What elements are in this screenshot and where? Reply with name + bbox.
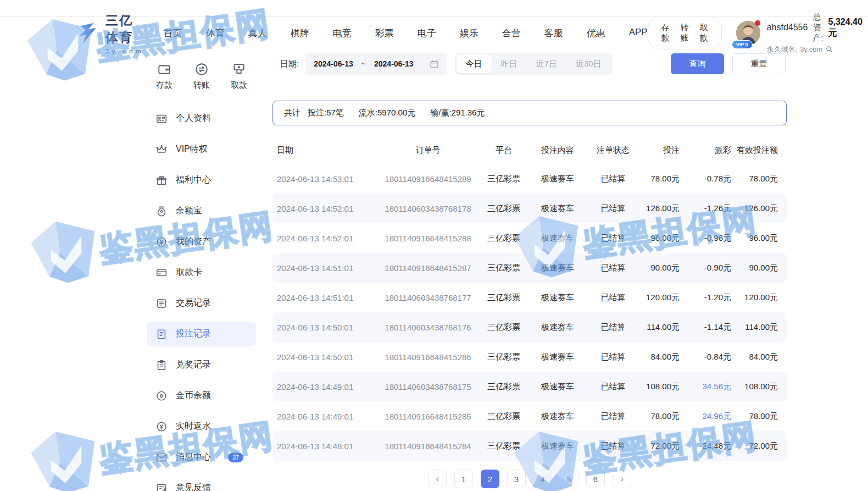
- nav-item-0[interactable]: 首页: [164, 27, 182, 40]
- sidebar-item-label: 兑奖记录: [176, 359, 211, 371]
- table-row: 2024-06-13 14:50:011801140603438768176三亿…: [272, 312, 787, 342]
- nav-item-6[interactable]: 电子: [418, 27, 436, 40]
- page-button-4[interactable]: 4: [533, 470, 552, 488]
- nav-item-11[interactable]: APP: [629, 27, 648, 40]
- cell-platform: 三亿彩票: [486, 263, 522, 273]
- page-button-6[interactable]: 6: [586, 470, 605, 488]
- date-to-value[interactable]: 2024-06-13: [374, 59, 414, 68]
- cell-valid: 114.00元: [731, 322, 778, 333]
- page-button-5[interactable]: 5: [560, 470, 578, 488]
- cell-bet: 84.00元: [633, 352, 680, 362]
- range-button-2[interactable]: 近7日: [527, 54, 566, 73]
- quick-action-transfer[interactable]: 转账: [186, 62, 218, 91]
- cell-date: 2024-06-13 14:52:01: [277, 234, 370, 243]
- table-row: 2024-06-13 14:49:011801140916648415285三亿…: [272, 401, 787, 431]
- calendar-icon[interactable]: [430, 59, 439, 69]
- cell-payout: -24.48元: [680, 441, 731, 451]
- column-header-7: 有效投注额: [731, 145, 778, 156]
- cell-bet: 120.00元: [633, 293, 680, 303]
- reset-button[interactable]: 重置: [732, 53, 786, 74]
- cell-valid: 108.00元: [731, 382, 778, 392]
- quick-action-label: 存款: [156, 80, 173, 91]
- summary-bar: 共计 投注:57笔 流水:5970.00元 输/赢:291.36元: [272, 101, 787, 125]
- sidebar-item-bet-records[interactable]: 投注记录: [147, 322, 256, 346]
- wallet-link-withdraw[interactable]: 取款: [700, 23, 708, 43]
- cell-content: 极速赛车: [522, 263, 593, 273]
- page-button-3[interactable]: 3: [507, 470, 526, 488]
- cell-order: 1801140916648415289: [370, 174, 486, 184]
- feedback-icon: [155, 482, 168, 491]
- sidebar-item-yuebao[interactable]: 余额宝: [147, 198, 256, 223]
- nav-item-3[interactable]: 棋牌: [291, 27, 309, 40]
- cell-payout: -0.96元: [680, 233, 731, 244]
- cell-bet: 78.00元: [633, 174, 680, 184]
- sidebar: 存款转账取款 个人资料VIP特权福利中心余额宝我的资产取款卡交易记录投注记录兑奖…: [147, 49, 256, 491]
- cell-bet: 114.00元: [633, 322, 680, 333]
- nav-item-1[interactable]: 体育: [206, 27, 225, 40]
- next-page-button[interactable]: ›: [613, 470, 631, 488]
- nav-item-10[interactable]: 优惠: [587, 27, 605, 40]
- filter-row: 日期: 2024-06-13 ~ 2024-06-13 今日昨日近7日近30日 …: [272, 52, 787, 75]
- quick-action-deposit[interactable]: 存款: [148, 62, 180, 91]
- table-row: 2024-06-13 14:51:011801140916648415287三亿…: [272, 253, 787, 283]
- cell-bet: 78.00元: [633, 411, 680, 422]
- sidebar-item-assets[interactable]: 我的资产: [147, 229, 256, 254]
- search-icon[interactable]: [825, 45, 833, 53]
- cell-valid: 78.00元: [731, 411, 778, 422]
- range-button-1[interactable]: 昨日: [492, 54, 527, 73]
- nav-item-8[interactable]: 合营: [502, 27, 521, 40]
- cell-status: 已结算: [593, 382, 633, 392]
- sidebar-item-redeem-records[interactable]: 兑奖记录: [147, 352, 256, 377]
- date-label: 日期:: [280, 59, 299, 69]
- cell-valid: 96.00元: [731, 233, 778, 244]
- range-button-3[interactable]: 近30日: [566, 54, 611, 73]
- query-button[interactable]: 查询: [671, 53, 724, 74]
- cell-bet: 90.00元: [633, 263, 680, 273]
- cell-status: 已结算: [593, 322, 633, 333]
- sidebar-item-transactions[interactable]: 交易记录: [147, 291, 256, 316]
- sidebar-item-profile[interactable]: 个人资料: [147, 106, 256, 131]
- sidebar-item-coin-balance[interactable]: 金币余额: [147, 383, 256, 408]
- cell-date: 2024-06-13 14:48:01: [277, 442, 370, 451]
- logo[interactable]: 三亿体育 3y.com: [76, 12, 144, 54]
- page-button-2[interactable]: 2: [481, 470, 499, 488]
- sidebar-item-rebate[interactable]: 实时返水: [147, 414, 256, 439]
- nav-item-2[interactable]: 真人: [248, 27, 267, 40]
- column-header-4: 注单状态: [593, 145, 633, 156]
- gift-icon: [155, 174, 168, 186]
- cell-date: 2024-06-13 14:49:01: [277, 412, 370, 421]
- nav-item-5[interactable]: 彩票: [375, 27, 394, 40]
- column-header-3: 投注内容: [522, 145, 593, 156]
- cell-date: 2024-06-13 14:50:01: [277, 352, 370, 362]
- cell-payout: -1.14元: [680, 322, 731, 333]
- range-button-0[interactable]: 今日: [457, 54, 492, 73]
- cell-order: 1801140603438768176: [370, 323, 486, 332]
- nav-item-7[interactable]: 娱乐: [460, 27, 478, 40]
- date-range-picker[interactable]: 2024-06-13 ~ 2024-06-13: [305, 53, 447, 75]
- sidebar-item-label: 交易记录: [176, 297, 211, 309]
- sidebar-item-message-center[interactable]: 消息中心37: [147, 445, 256, 470]
- cell-order: 1801140916648415286: [370, 352, 486, 362]
- cell-valid: 90.00元: [731, 263, 778, 273]
- money-pouch-icon: [155, 205, 168, 217]
- date-from-value[interactable]: 2024-06-13: [314, 59, 353, 68]
- wallet-link-deposit[interactable]: 存款: [661, 23, 670, 43]
- sidebar-item-withdraw-card[interactable]: 取款卡: [147, 260, 256, 285]
- logo-icon: [76, 21, 100, 45]
- nav-item-4[interactable]: 电竞: [333, 27, 352, 40]
- prev-page-button[interactable]: ‹: [428, 470, 447, 488]
- quick-action-withdraw[interactable]: 取款: [223, 62, 255, 91]
- cell-date: 2024-06-13 14:51:01: [277, 293, 370, 302]
- page-button-1[interactable]: 1: [454, 470, 473, 488]
- wallet-link-transfer[interactable]: 转账: [681, 23, 689, 43]
- sidebar-item-vip[interactable]: VIP特权: [147, 137, 256, 162]
- cell-platform: 三亿彩票: [486, 411, 522, 422]
- sidebar-item-feedback[interactable]: 意见反馈: [147, 476, 256, 491]
- cell-status: 已结算: [593, 174, 633, 184]
- cell-payout: -0.84元: [680, 352, 731, 362]
- sidebar-item-welfare[interactable]: 福利中心: [147, 168, 256, 192]
- nav-item-9[interactable]: 客服: [544, 27, 563, 40]
- cell-status: 已结算: [593, 233, 633, 244]
- cell-order: 1801140916648415285: [370, 412, 486, 421]
- unread-badge: 37: [228, 453, 243, 462]
